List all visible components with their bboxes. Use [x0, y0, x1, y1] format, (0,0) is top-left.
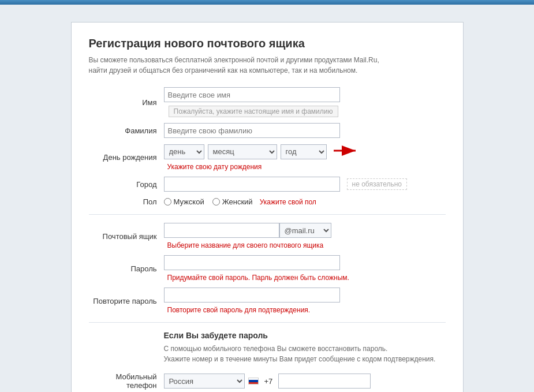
gender-female-radio[interactable]: [212, 198, 220, 206]
top-bar: [0, 0, 534, 5]
phone-prefix: +7: [264, 377, 273, 386]
email-field: @mail.ru Выберите название для своего по…: [164, 223, 446, 249]
dob-year-select[interactable]: год: [281, 144, 327, 159]
name-label: Имя: [89, 98, 164, 107]
recovery-title: Если Вы забудете пароль: [164, 331, 446, 340]
surname-field: [164, 123, 446, 138]
email-domain-select[interactable]: @mail.ru: [279, 223, 331, 238]
city-row: Город не обязательно: [89, 177, 446, 192]
dob-arrow-icon: [333, 144, 361, 159]
gender-row: Пол Мужской Женский Укажите свой пол: [89, 197, 446, 206]
gender-female-item: Женский: [212, 197, 253, 206]
dob-day-select[interactable]: день: [164, 144, 204, 159]
confirm-label: Повторите пароль: [89, 297, 164, 305]
page-subtitle: Вы сможете пользоваться бесплатной элект…: [89, 55, 446, 76]
city-field: не обязательно: [164, 177, 446, 192]
dob-label: День рождения: [89, 153, 164, 162]
surname-label: Фамилия: [89, 126, 164, 135]
gender-male-radio[interactable]: [164, 198, 171, 206]
gender-male-item: Мужской: [164, 197, 204, 206]
name-hint: Пожалуйста, укажите настоящие имя и фами…: [169, 106, 338, 117]
name-field: Пожалуйста, укажите настоящие имя и фами…: [164, 87, 446, 117]
email-input-group: @mail.ru: [164, 223, 331, 238]
password-row: Пароль Придумайте свой пароль. Парль дол…: [89, 255, 446, 282]
dob-error: Укажите свою дату рождения: [167, 163, 262, 171]
divider-2: [89, 322, 446, 323]
phone-input[interactable]: [278, 374, 371, 389]
password-label: Пароль: [89, 264, 164, 273]
gender-radio-group: Мужской Женский: [164, 197, 253, 206]
email-row: Почтовый ящик @mail.ru Выберите название…: [89, 223, 446, 249]
email-label: Почтовый ящик: [89, 232, 164, 241]
name-row: Имя Пожалуйста, укажите настоящие имя и …: [89, 87, 446, 117]
password-field: Придумайте свой пароль. Парль должен быт…: [164, 255, 446, 282]
flag-icon: [248, 378, 259, 384]
confirm-row: Повторите пароль Повторите свой пароль д…: [89, 288, 446, 314]
city-input[interactable]: [164, 177, 340, 192]
password-error: Придумайте свой пароль. Парль должен быт…: [167, 274, 349, 282]
email-error: Выберите название для своего почтового я…: [167, 241, 324, 249]
gender-error: Укажите свой пол: [260, 198, 316, 206]
confirm-input[interactable]: [164, 288, 340, 303]
email-input[interactable]: [164, 223, 279, 238]
gender-male-label: Мужской: [174, 197, 204, 206]
phone-country-select[interactable]: Россия: [164, 374, 245, 389]
confirm-error: Повторите свой пароль для подтверждения.: [167, 306, 311, 314]
city-label: Город: [89, 180, 164, 189]
name-input[interactable]: [164, 87, 340, 102]
recovery-desc: С помощью мобильного телефона Вы сможете…: [164, 344, 446, 364]
surname-row: Фамилия: [89, 123, 446, 138]
dob-row: День рождения день месяц год: [89, 144, 446, 171]
gender-field: Мужской Женский Укажите свой пол: [164, 197, 446, 206]
divider-1: [89, 214, 446, 215]
email-domain-group: @mail.ru: [279, 223, 331, 238]
phone-row: Мобильный телефон Россия +7: [89, 372, 446, 390]
form-container: Регистрация нового почтового ящика Вы см…: [71, 22, 464, 392]
dob-field: день месяц год: [164, 144, 446, 171]
password-input[interactable]: [164, 255, 340, 270]
gender-label: Пол: [89, 197, 164, 206]
surname-input[interactable]: [164, 123, 340, 138]
page-wrapper: Регистрация нового почтового ящика Вы см…: [0, 5, 534, 392]
dob-month-select[interactable]: месяц: [208, 144, 277, 159]
page-title: Регистрация нового почтового ящика: [89, 37, 446, 50]
gender-female-label: Женский: [222, 197, 253, 206]
phone-field: Россия +7: [164, 374, 446, 389]
city-optional: не обязательно: [347, 178, 408, 190]
confirm-field: Повторите свой пароль для подтверждения.: [164, 288, 446, 314]
phone-label: Мобильный телефон: [89, 372, 164, 390]
